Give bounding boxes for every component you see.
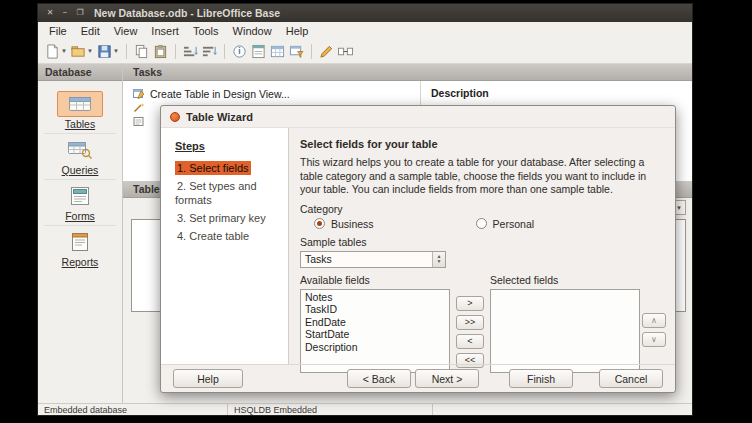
list-item[interactable]: StartDate bbox=[301, 328, 449, 341]
status-database-type: HSQLDB Embedded bbox=[228, 404, 433, 415]
query-icon bbox=[289, 44, 304, 59]
menu-window[interactable]: Window bbox=[226, 24, 279, 38]
cancel-button[interactable]: Cancel bbox=[599, 369, 663, 388]
svg-text:i: i bbox=[238, 46, 240, 56]
open-button[interactable]: ▼ bbox=[69, 41, 95, 62]
list-item[interactable]: EndDate bbox=[301, 316, 449, 329]
selected-fields-list[interactable] bbox=[490, 289, 640, 373]
open-folder-icon bbox=[71, 44, 86, 59]
statusbar: Embedded database HSQLDB Embedded bbox=[38, 403, 692, 415]
new-document-icon bbox=[45, 44, 60, 59]
available-fields-list[interactable]: Notes TaskID EndDate StartDate Descripti… bbox=[300, 289, 450, 373]
menu-view[interactable]: View bbox=[107, 24, 145, 38]
step-select-fields[interactable]: 1. Select fields bbox=[175, 161, 288, 175]
wizard-wand-icon bbox=[133, 102, 145, 113]
finish-button[interactable]: Finish bbox=[509, 369, 573, 388]
sort-ascending-button[interactable] bbox=[181, 41, 200, 62]
relationships-button[interactable] bbox=[336, 41, 355, 62]
list-item[interactable]: Notes bbox=[301, 291, 449, 304]
chevron-down-icon: ▼ bbox=[113, 48, 119, 54]
order-buttons-col: ∧ ∨ bbox=[640, 274, 668, 373]
copy-button[interactable] bbox=[132, 41, 151, 62]
form-button[interactable] bbox=[249, 41, 268, 62]
maximize-window-icon[interactable]: ❐ bbox=[74, 7, 86, 19]
step-label: 2. Set types and formats bbox=[175, 179, 257, 207]
window-title: New Database.odb - LibreOffice Base bbox=[94, 7, 280, 19]
business-radio-label: Business bbox=[331, 218, 374, 230]
back-button[interactable]: < Back bbox=[347, 369, 411, 388]
toolbar-separator bbox=[224, 44, 225, 59]
move-buttons-col: > >> < << bbox=[450, 274, 490, 373]
design-button[interactable] bbox=[317, 41, 336, 62]
status-database-mode: Embedded database bbox=[38, 404, 228, 415]
menu-file[interactable]: File bbox=[42, 24, 74, 38]
steps-heading: Steps bbox=[175, 140, 288, 152]
sort-descending-icon bbox=[202, 44, 217, 59]
database-object-info-button[interactable]: i bbox=[230, 41, 249, 62]
base-app-icon bbox=[170, 112, 180, 122]
pencil-icon bbox=[319, 44, 334, 59]
sidebar-header: Database bbox=[38, 64, 122, 81]
move-down-button[interactable]: ∨ bbox=[642, 332, 666, 347]
spin-arrows-icon[interactable]: ▲▼ bbox=[432, 252, 445, 267]
database-sidebar: Database Tables Queries bbox=[38, 64, 123, 403]
business-radio[interactable] bbox=[314, 218, 325, 229]
dialog-titlebar[interactable]: Table Wizard bbox=[161, 106, 675, 128]
view-document-icon bbox=[133, 116, 145, 127]
save-button[interactable]: ▼ bbox=[95, 41, 121, 62]
category-radio-group: Business Personal bbox=[314, 218, 667, 230]
table-button[interactable] bbox=[268, 41, 287, 62]
dialog-footer: Help < Back Next > Finish Cancel bbox=[161, 364, 675, 392]
sidebar-item-label: Forms bbox=[65, 210, 95, 222]
new-database-button[interactable]: ▼ bbox=[43, 41, 69, 62]
move-up-button[interactable]: ∧ bbox=[642, 313, 666, 328]
step-set-primary-key[interactable]: 3. Set primary key bbox=[175, 211, 288, 225]
queries-icon bbox=[57, 137, 103, 163]
dialog-intro-text: This wizard helps you to create a table … bbox=[300, 156, 662, 197]
toolbar-separator bbox=[175, 44, 176, 59]
menu-help[interactable]: Help bbox=[279, 24, 316, 38]
steps-panel: Steps 1. Select fields 2. Set types and … bbox=[161, 128, 289, 364]
move-all-right-button[interactable]: >> bbox=[456, 315, 484, 330]
query-button[interactable] bbox=[287, 41, 306, 62]
step-set-types[interactable]: 2. Set types and formats bbox=[175, 179, 288, 207]
sample-tables-dropdown[interactable]: Tasks ▲▼ bbox=[300, 251, 446, 268]
table-icon bbox=[270, 44, 285, 59]
help-button[interactable]: Help bbox=[173, 369, 243, 388]
paste-icon bbox=[153, 44, 168, 59]
standard-toolbar: ▼ ▼ ▼ i bbox=[38, 39, 692, 64]
available-fields-label: Available fields bbox=[300, 274, 450, 286]
list-item[interactable]: Description bbox=[301, 341, 449, 354]
move-right-button[interactable]: > bbox=[456, 296, 484, 311]
menu-tools[interactable]: Tools bbox=[186, 24, 226, 38]
next-button[interactable]: Next > bbox=[415, 369, 479, 388]
design-table-icon bbox=[133, 88, 145, 99]
menu-edit[interactable]: Edit bbox=[74, 24, 107, 38]
sidebar-item-queries[interactable]: Queries bbox=[44, 137, 116, 180]
task-item-create-table-design[interactable]: Create Table in Design View... bbox=[133, 87, 420, 100]
move-left-button[interactable]: < bbox=[456, 334, 484, 349]
menu-insert[interactable]: Insert bbox=[144, 24, 186, 38]
minimize-window-icon[interactable]: − bbox=[59, 7, 71, 19]
sidebar-item-tables[interactable]: Tables bbox=[44, 91, 116, 134]
sort-descending-button[interactable] bbox=[200, 41, 219, 62]
sidebar-item-label: Queries bbox=[62, 164, 99, 176]
sidebar-title: Database bbox=[45, 66, 92, 78]
paste-button[interactable] bbox=[151, 41, 170, 62]
personal-radio[interactable] bbox=[476, 218, 487, 229]
step-create-table[interactable]: 4. Create table bbox=[175, 229, 288, 243]
dialog-heading: Select fields for your table bbox=[300, 138, 667, 150]
tasks-title: Tasks bbox=[133, 66, 162, 78]
selected-fields-col: Selected fields bbox=[490, 274, 640, 373]
sidebar-item-forms[interactable]: Forms bbox=[44, 183, 116, 226]
close-window-icon[interactable]: ✕ bbox=[44, 7, 56, 19]
copy-icon bbox=[134, 44, 149, 59]
chevron-down-icon: ▼ bbox=[61, 48, 67, 54]
available-fields-col: Available fields Notes TaskID EndDate St… bbox=[300, 274, 450, 373]
toolbar-separator bbox=[311, 44, 312, 59]
list-item[interactable]: TaskID bbox=[301, 303, 449, 316]
table-wizard-dialog: Table Wizard Steps 1. Select fields 2. S… bbox=[160, 105, 676, 393]
sidebar-item-reports[interactable]: Reports bbox=[44, 229, 116, 271]
sample-tables-value: Tasks bbox=[301, 252, 432, 267]
step-label: 3. Set primary key bbox=[175, 211, 268, 225]
